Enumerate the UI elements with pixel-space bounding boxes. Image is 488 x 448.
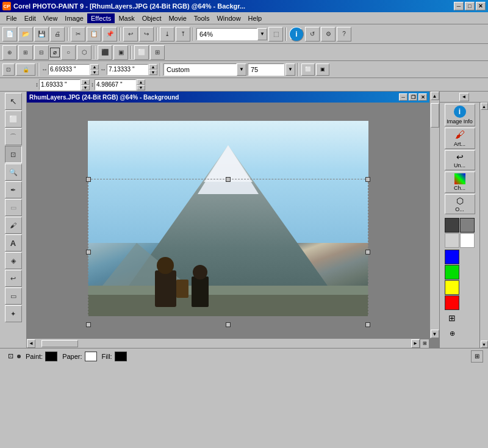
photo-image[interactable]	[88, 121, 368, 316]
channel-panel[interactable]: Ch...	[445, 172, 475, 193]
mosaic-btn[interactable]: ⊞	[445, 311, 459, 325]
paper-color-box[interactable]	[85, 352, 97, 361]
effect-brush-tool[interactable]: ✦	[5, 305, 22, 322]
crop-tool-btn[interactable]: ⊡	[2, 63, 15, 76]
info-button[interactable]: i	[289, 27, 304, 42]
handle-bl[interactable]	[86, 322, 91, 327]
menu-edit[interactable]: Edit	[21, 13, 40, 23]
copy-button[interactable]: 📋	[87, 27, 101, 42]
cut-button[interactable]: ✂	[71, 27, 85, 42]
refresh-button[interactable]: ↺	[305, 27, 320, 42]
swatch-blue[interactable]	[445, 250, 459, 264]
x-up-arrow[interactable]: ▲	[90, 64, 99, 70]
rect-draw-tool[interactable]: ▭	[5, 287, 22, 305]
inner-minimize-btn[interactable]: ─	[399, 93, 407, 101]
menu-object[interactable]: Object	[138, 13, 165, 23]
lasso-tool[interactable]: ⌒	[5, 128, 22, 145]
swatch-dark[interactable]	[445, 218, 459, 233]
scroll-thumb-h[interactable]	[41, 340, 78, 347]
swatch-yellow[interactable]	[445, 280, 459, 295]
polygon-mask-btn[interactable]: ⬡	[77, 45, 92, 60]
preset-dropdown-arrow[interactable]: ▼	[237, 63, 246, 76]
y-down-arrow[interactable]: ▼	[81, 85, 90, 90]
brush-preset-btn[interactable]: ⌀	[50, 48, 60, 57]
handle-bm[interactable]	[226, 322, 231, 327]
eraser-tool[interactable]: ▭	[5, 199, 22, 216]
select-all-btn[interactable]: ⊞	[18, 45, 33, 60]
fill-color-box[interactable]	[115, 352, 127, 361]
handle-br[interactable]	[365, 322, 370, 327]
view-mode-btn1[interactable]: ⬜	[301, 63, 315, 76]
lock-ratio-btn[interactable]: 🔒	[16, 63, 35, 76]
inner-close-btn[interactable]: ✕	[418, 93, 427, 101]
menu-movie[interactable]: Movie	[165, 13, 190, 23]
close-button[interactable]: ✕	[476, 2, 486, 10]
save-button[interactable]: 💾	[34, 27, 49, 42]
redo-button[interactable]: ↪	[139, 27, 154, 42]
tool-options-btn[interactable]: ⊕	[2, 45, 17, 60]
zoom-dropdown-arrow[interactable]: ▼	[257, 28, 267, 40]
scroll-thumb-v[interactable]	[431, 103, 439, 128]
undo-button[interactable]: ↩	[123, 27, 138, 42]
frame2-btn[interactable]: ⊞	[150, 45, 165, 60]
fill-tool[interactable]: ◈	[5, 252, 22, 269]
number-input[interactable]: 75	[248, 63, 284, 76]
settings-button[interactable]: ⚙	[321, 27, 336, 42]
undo-panel[interactable]: ↩ Un...	[445, 150, 475, 170]
minimize-button[interactable]: ─	[454, 2, 464, 10]
paint-brush-tool[interactable]: 🖌	[5, 217, 22, 234]
menu-view[interactable]: View	[40, 13, 62, 23]
h-up-arrow[interactable]: ▲	[137, 79, 145, 85]
eyedropper-tool[interactable]: ✒	[5, 181, 22, 198]
more-options-btn[interactable]: ⊕	[445, 326, 459, 341]
frame-btn[interactable]: ⬜	[134, 45, 149, 60]
menu-help[interactable]: Help	[245, 13, 266, 23]
swatch-white[interactable]	[460, 233, 475, 248]
menu-mask[interactable]: Mask	[115, 13, 138, 23]
crop-tool[interactable]: ⊡	[5, 146, 22, 163]
scroll-left-button[interactable]: ◄	[27, 339, 35, 348]
transform-btn[interactable]: ⬛	[98, 45, 112, 60]
rpanel-scroll-up[interactable]: ▲	[481, 103, 488, 110]
swatch-gray[interactable]	[460, 218, 475, 233]
x-coord-input[interactable]: 6.69333 "	[48, 64, 90, 75]
h-coord-input[interactable]: 4.98667 "	[95, 79, 136, 90]
object-panel[interactable]: ⬡ O...	[445, 194, 475, 214]
preset-field[interactable]: Custom	[163, 63, 237, 76]
select-arrow-tool[interactable]: ↖	[5, 93, 22, 110]
y-up-arrow[interactable]: ▲	[81, 79, 90, 85]
scroll-right-button[interactable]: ►	[411, 339, 420, 348]
x-down-arrow[interactable]: ▼	[90, 70, 99, 75]
circle-mask-btn[interactable]: ○	[61, 45, 76, 60]
zoom-field[interactable]: 64%	[196, 28, 257, 40]
menu-image[interactable]: Image	[61, 13, 87, 23]
deselect-btn[interactable]: ⊟	[34, 45, 49, 60]
view-mode-btn2[interactable]: ▣	[316, 63, 329, 76]
status-pattern-btn[interactable]: ⊞	[471, 350, 483, 363]
w-up-arrow[interactable]: ▲	[149, 64, 157, 70]
transform2-btn[interactable]: ▣	[113, 45, 128, 60]
image-info-panel[interactable]: i Image Info	[445, 104, 475, 126]
export-button[interactable]: ⤒	[176, 27, 190, 42]
maximize-button[interactable]: □	[465, 2, 475, 10]
text-tool[interactable]: A	[5, 234, 22, 251]
scroll-up-button[interactable]: ▲	[431, 92, 439, 100]
h-down-arrow[interactable]: ▼	[137, 85, 145, 90]
menu-window[interactable]: Window	[213, 13, 244, 23]
import-button[interactable]: ⤓	[160, 27, 174, 42]
w-coord-input[interactable]: 7.13333 "	[107, 64, 148, 75]
swatch-green[interactable]	[445, 265, 459, 280]
menu-file[interactable]: File	[2, 13, 21, 23]
menu-effects[interactable]: Effects	[87, 13, 115, 23]
w-down-arrow[interactable]: ▼	[149, 70, 157, 75]
zoom-select-btn[interactable]: ⬚	[268, 27, 283, 42]
art-panel[interactable]: 🖌 Art...	[445, 128, 475, 149]
swatch-red[interactable]	[445, 295, 459, 310]
rect-select-tool[interactable]: ⬜	[5, 110, 22, 128]
paint-color-box[interactable]	[45, 352, 57, 361]
curve-tool[interactable]: ↩	[5, 270, 22, 287]
paste-button[interactable]: 📌	[102, 27, 117, 42]
inner-restore-btn[interactable]: ❐	[409, 93, 417, 101]
print-button[interactable]: 🖨	[50, 27, 65, 42]
open-button[interactable]: 📂	[18, 27, 33, 42]
